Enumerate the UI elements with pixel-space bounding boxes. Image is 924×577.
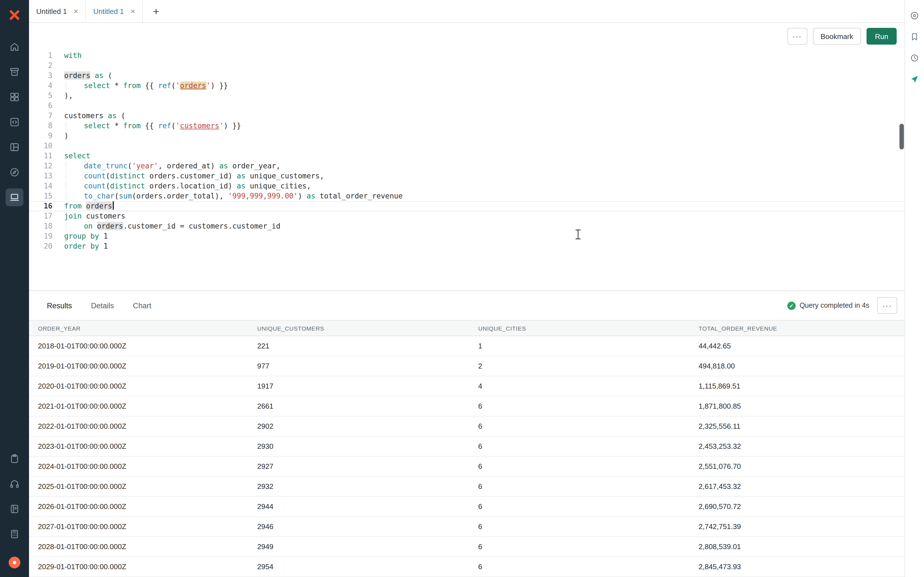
sql-editor[interactable]: 1with23orders as (4 select * from {{ ref… xyxy=(29,50,905,290)
column-header: TOTAL_ORDER_REVENUE xyxy=(699,325,905,331)
code-line[interactable]: 20order by 1 xyxy=(29,242,905,251)
grid-icon[interactable] xyxy=(6,88,23,106)
run-button[interactable]: Run xyxy=(866,28,897,45)
table-row[interactable]: 2024-01-01T00:00:00.000Z292762,551,076.7… xyxy=(29,456,905,477)
table-cell: 2,617,453.32 xyxy=(699,482,905,491)
code-line[interactable]: 1with xyxy=(29,51,905,61)
laptop-icon[interactable] xyxy=(6,189,23,206)
line-number: 13 xyxy=(29,171,52,181)
bookmark-button[interactable]: Bookmark xyxy=(813,28,861,45)
table-row[interactable]: 2026-01-01T00:00:00.000Z294462,690,570.7… xyxy=(29,497,905,517)
avatar-icon[interactable] xyxy=(6,554,23,571)
table-header: ORDER_YEARUNIQUE_CUSTOMERSUNIQUE_CITIEST… xyxy=(29,320,905,336)
editor-scrollbar-thumb[interactable] xyxy=(900,124,904,150)
code-line[interactable]: 8 select * from {{ ref('customers') }} xyxy=(29,121,905,131)
code-line[interactable]: 12 date_trunc('year', ordered_at) as ord… xyxy=(29,161,905,171)
line-number: 8 xyxy=(29,121,52,131)
table-row[interactable]: 2028-01-01T00:00:00.000Z294962,808,539.0… xyxy=(29,537,905,557)
query-status: ✓ Query completed in 4s xyxy=(787,301,869,310)
headphones-icon[interactable] xyxy=(6,475,23,493)
table-cell: 2029-01-01T00:00:00.000Z xyxy=(38,562,257,571)
table-cell: 44,442.65 xyxy=(699,342,905,350)
notebook-icon[interactable] xyxy=(6,500,23,518)
table-cell: 2,808,539.01 xyxy=(699,542,905,551)
code-text: select xyxy=(64,151,905,161)
code-text: group by 1 xyxy=(64,231,905,242)
history-icon[interactable] xyxy=(907,50,922,66)
table-row[interactable]: 2018-01-01T00:00:00.000Z221144,442.65 xyxy=(29,336,905,356)
panels-icon[interactable] xyxy=(6,138,23,156)
code-line[interactable]: 15 to_char(sum(orders.order_total), '999… xyxy=(29,191,905,201)
code-line[interactable]: 16from orders xyxy=(29,201,905,211)
line-number: 11 xyxy=(29,151,52,161)
table-cell: 2023-01-01T00:00:00.000Z xyxy=(38,442,257,450)
table-row[interactable]: 2021-01-01T00:00:00.000Z266161,871,800.8… xyxy=(29,396,905,416)
code-text xyxy=(64,61,905,71)
results-tab-chart[interactable]: Chart xyxy=(132,291,153,321)
tab-close-icon[interactable]: × xyxy=(131,7,135,15)
code-line[interactable]: 3orders as ( xyxy=(29,71,905,81)
code-text: orders as ( xyxy=(64,71,905,81)
table-row[interactable]: 2029-01-01T00:00:00.000Z295462,845,473.9… xyxy=(29,557,905,577)
results-tab-results[interactable]: Results xyxy=(46,291,73,321)
copilot-icon[interactable] xyxy=(907,8,922,23)
editor-tab[interactable]: Untitled 1× xyxy=(86,0,143,22)
table-cell: 494,818.00 xyxy=(699,362,905,370)
line-number: 19 xyxy=(29,231,52,242)
assistant-icon[interactable] xyxy=(907,71,922,87)
code-line[interactable]: 2 xyxy=(29,61,905,71)
more-options-button[interactable]: ··· xyxy=(787,28,807,45)
table-row[interactable]: 2023-01-01T00:00:00.000Z293062,453,253.3… xyxy=(29,437,905,456)
code-line[interactable]: 6 xyxy=(29,101,905,111)
code-line[interactable]: 7customers as ( xyxy=(29,111,905,121)
line-number: 3 xyxy=(29,71,52,81)
bookmark-icon[interactable] xyxy=(907,29,922,45)
code-line[interactable]: 18 on orders.customer_id = customers.cus… xyxy=(29,221,905,231)
line-number: 20 xyxy=(29,242,52,251)
results-more-button[interactable]: ··· xyxy=(877,297,897,314)
code-line[interactable]: 14 count(distinct orders.location_id) as… xyxy=(29,181,905,191)
code-line[interactable]: 13 count(distinct orders.customer_id) as… xyxy=(29,171,905,181)
code-text: count(distinct orders.customer_id) as un… xyxy=(64,171,905,181)
editor-tab[interactable]: Untitled 1× xyxy=(29,0,86,22)
query-status-text: Query completed in 4s xyxy=(800,301,869,309)
table-row[interactable]: 2027-01-01T00:00:00.000Z294662,742,751.3… xyxy=(29,517,905,537)
compass-icon[interactable] xyxy=(6,163,23,181)
table-row[interactable]: 2020-01-01T00:00:00.000Z191741,115,869.5… xyxy=(29,376,905,396)
results-tab-details[interactable]: Details xyxy=(90,291,115,321)
table-cell: 2946 xyxy=(257,522,478,531)
code-line[interactable]: 19group by 1 xyxy=(29,231,905,242)
table-cell: 2930 xyxy=(257,442,478,450)
code-line[interactable]: 4 select * from {{ ref('orders') }} xyxy=(29,81,905,91)
table-cell: 2,551,076.70 xyxy=(699,462,905,471)
results-tabbar: ResultsDetailsChart ✓ Query completed in… xyxy=(29,291,905,320)
code-line[interactable]: 17join customers xyxy=(29,211,905,221)
code-line[interactable]: 9) xyxy=(29,131,905,141)
code-square-icon[interactable] xyxy=(6,113,23,131)
table-cell: 2927 xyxy=(257,462,478,471)
table-cell: 6 xyxy=(478,462,699,471)
tab-label: Untitled 1 xyxy=(93,7,124,15)
code-line[interactable]: 11select xyxy=(29,151,905,161)
archive-icon[interactable] xyxy=(6,63,23,81)
table-row[interactable]: 2022-01-01T00:00:00.000Z290262,325,556.1… xyxy=(29,416,905,437)
table-row[interactable]: 2019-01-01T00:00:00.000Z9772494,818.00 xyxy=(29,356,905,376)
tab-close-icon[interactable]: × xyxy=(74,7,78,15)
table-body: 2018-01-01T00:00:00.000Z221144,442.65201… xyxy=(29,336,905,577)
calculator-icon[interactable] xyxy=(6,525,23,543)
code-text: select * from {{ ref('customers') }} xyxy=(64,121,905,131)
table-cell: 2661 xyxy=(257,402,478,410)
editor-scrollbar[interactable] xyxy=(899,50,905,290)
home-icon[interactable] xyxy=(6,38,23,56)
code-text xyxy=(64,101,905,111)
table-row[interactable]: 2025-01-01T00:00:00.000Z293262,617,453.3… xyxy=(29,477,905,497)
new-tab-button[interactable]: + xyxy=(151,6,161,16)
table-cell: 6 xyxy=(478,422,699,430)
code-line[interactable]: 10 xyxy=(29,141,905,151)
table-cell: 2020-01-01T00:00:00.000Z xyxy=(38,382,257,390)
column-header: ORDER_YEAR xyxy=(38,325,257,331)
table-cell: 977 xyxy=(257,362,478,370)
clipboard-icon[interactable] xyxy=(6,450,23,468)
line-number: 15 xyxy=(29,191,52,201)
code-line[interactable]: 5), xyxy=(29,91,905,101)
